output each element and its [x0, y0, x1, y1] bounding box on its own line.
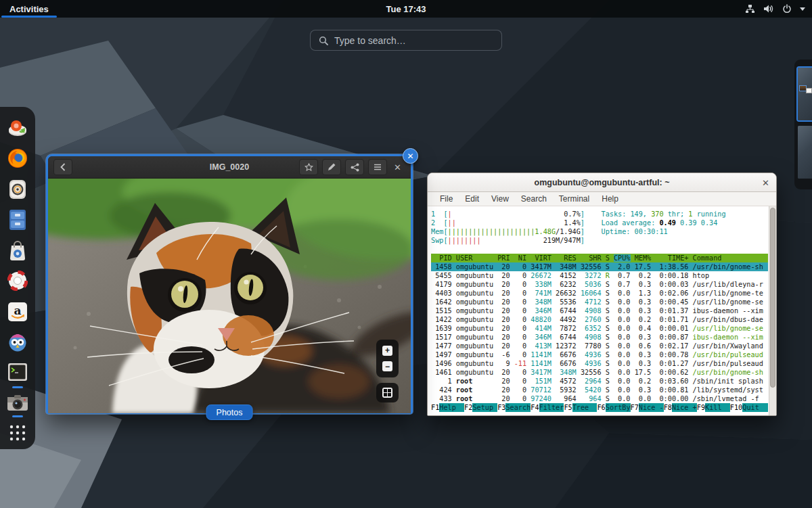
- top-bar: Activities Tue 17:43: [0, 0, 812, 18]
- activities-active-underline: [1, 16, 57, 18]
- terminal-scrollbar[interactable]: [769, 206, 776, 415]
- zoom-fit-button[interactable]: [376, 383, 399, 402]
- minus-icon: −: [385, 363, 390, 371]
- activities-label: Activities: [9, 4, 49, 14]
- dock-software-updater[interactable]: [5, 115, 30, 139]
- dock-ubuntu-software[interactable]: [5, 238, 30, 262]
- zoom-out-button[interactable]: −: [382, 361, 392, 371]
- terminal-menubar: File Edit View Search Terminal Help: [428, 192, 776, 206]
- rhythmbox-icon: [7, 179, 28, 200]
- terminal-close-button[interactable]: ✕: [762, 173, 769, 192]
- firefox-icon: [7, 147, 28, 169]
- zoom-in-button[interactable]: +: [382, 346, 392, 356]
- ubuntu-software-icon: [7, 239, 28, 261]
- dock-owl-app[interactable]: [5, 330, 30, 354]
- back-button[interactable]: [53, 159, 72, 175]
- software-updater-icon: [7, 116, 28, 138]
- workspace-thumbnail-1[interactable]: [798, 68, 812, 120]
- menu-terminal[interactable]: Terminal: [553, 194, 595, 204]
- terminal-content[interactable]: 1 [| 0.7%] Tasks: 149, 370 thr; 1 runnin…: [428, 206, 776, 415]
- dock-amazon[interactable]: a: [5, 300, 30, 324]
- terminal-running-indicator: [12, 386, 23, 388]
- activities-button[interactable]: Activities: [5, 0, 53, 18]
- terminal-titlebar[interactable]: omgubuntu@omgubuntu-artful: ~ ✕: [428, 173, 776, 192]
- search-placeholder: Type to search…: [334, 35, 406, 46]
- photo-canvas: + −: [48, 179, 411, 413]
- zoom-controls: + −: [376, 340, 399, 377]
- search-input[interactable]: Type to search…: [310, 30, 502, 51]
- close-icon[interactable]: ✕: [391, 162, 404, 172]
- dock-app-grid[interactable]: [5, 421, 30, 445]
- network-wired-icon: [745, 4, 755, 14]
- terminal-icon: [7, 363, 28, 382]
- workspace-2-preview: [798, 126, 812, 179]
- edit-pencil-icon: [328, 163, 336, 171]
- window-app-label: Photos: [206, 405, 253, 420]
- workspace-thumbnail-2[interactable]: [798, 126, 812, 179]
- menu-edit[interactable]: Edit: [459, 194, 485, 204]
- dash-dock: a: [0, 107, 35, 449]
- photos-window[interactable]: IMG_0020 ✕: [46, 154, 413, 414]
- dock-photos[interactable]: [5, 391, 30, 415]
- dock-rhythmbox[interactable]: [5, 177, 30, 202]
- edit-button[interactable]: [322, 159, 341, 175]
- star-icon: [304, 163, 313, 172]
- photos-running-indicator: [12, 415, 23, 417]
- window-menu-button[interactable]: [368, 159, 387, 175]
- menu-file[interactable]: File: [434, 194, 459, 204]
- app-grid-icon: [9, 424, 26, 442]
- cat-photo: [48, 179, 411, 413]
- share-icon: [351, 163, 359, 172]
- favorite-button[interactable]: [299, 159, 318, 175]
- terminal-title: omgubuntu@omgubuntu-artful: ~: [535, 178, 670, 187]
- htop-output: 1 [| 0.7%] Tasks: 149, 370 thr; 1 runnin…: [431, 210, 768, 403]
- gnome-activities-overview: Activities Tue 17:43: [0, 0, 812, 508]
- scrollbar-thumb[interactable]: [770, 208, 775, 388]
- dock-files[interactable]: [5, 208, 30, 232]
- grid-icon: [382, 388, 392, 398]
- files-icon: [8, 209, 27, 231]
- power-icon: [782, 4, 792, 14]
- menu-search[interactable]: Search: [515, 194, 553, 204]
- clock[interactable]: Tue 17:43: [0, 4, 812, 14]
- amazon-icon: a: [7, 302, 28, 322]
- menu-view[interactable]: View: [485, 194, 515, 204]
- app-label-text: Photos: [217, 408, 243, 417]
- workspace-switcher: [794, 60, 812, 189]
- plus-icon: +: [385, 346, 390, 354]
- photos-headerbar: IMG_0020 ✕: [48, 156, 411, 179]
- camera-photos-icon: [7, 394, 28, 412]
- menu-icon: [374, 164, 382, 170]
- chevron-down-icon: [800, 7, 805, 11]
- svg-text:a: a: [14, 304, 21, 317]
- menu-help[interactable]: Help: [595, 194, 625, 204]
- overview-close-button[interactable]: ✕: [403, 148, 418, 164]
- share-button[interactable]: [345, 159, 364, 175]
- dock-firefox[interactable]: [5, 146, 30, 170]
- owl-app-icon: [7, 332, 28, 352]
- dock-help[interactable]: [5, 269, 30, 293]
- search-icon: [319, 36, 328, 45]
- htop-function-key-bar[interactable]: F1Help F2Setup F3SearchF4FilterF5Tree F6…: [431, 403, 768, 412]
- system-status-area[interactable]: [745, 0, 805, 18]
- dock-terminal[interactable]: [5, 360, 30, 384]
- workspace-1-preview: [798, 68, 812, 120]
- help-lifebuoy-icon: [7, 271, 28, 291]
- back-icon: [60, 163, 66, 171]
- volume-icon: [763, 4, 774, 14]
- terminal-window[interactable]: omgubuntu@omgubuntu-artful: ~ ✕ File Edi…: [427, 172, 777, 416]
